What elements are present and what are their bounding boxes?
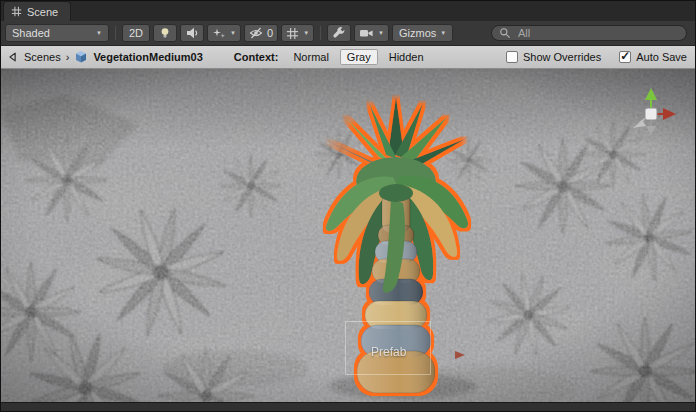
search-input[interactable] bbox=[516, 26, 679, 40]
breadcrumb-prefab-name: VegetationMedium03 bbox=[93, 51, 202, 63]
tool-settings-button[interactable] bbox=[327, 24, 351, 42]
auto-save-checkbox[interactable] bbox=[619, 51, 631, 63]
chevron-down-icon: ▼ bbox=[230, 30, 236, 36]
draw-mode-label: Shaded bbox=[12, 27, 50, 39]
search-icon bbox=[499, 27, 511, 39]
toggle-2d-button[interactable]: 2D bbox=[122, 24, 150, 42]
orientation-gizmo[interactable] bbox=[619, 83, 683, 147]
show-overrides-toggle[interactable]: Show Overrides bbox=[506, 51, 601, 63]
grid-visibility-button[interactable]: ▼ bbox=[281, 24, 314, 42]
chevron-down-icon: ▼ bbox=[96, 30, 102, 36]
prefab-context-bar: Scenes › VegetationMedium03 Context: Nor… bbox=[1, 46, 695, 69]
show-overrides-label: Show Overrides bbox=[523, 51, 601, 63]
chevron-down-icon: ▼ bbox=[303, 30, 309, 36]
scene-grid-icon bbox=[11, 6, 22, 17]
red-axis-arrow bbox=[449, 349, 467, 361]
gizmo-center-cube bbox=[645, 108, 657, 120]
camera-settings-button[interactable]: ▼ bbox=[354, 24, 389, 42]
back-arrow-icon[interactable] bbox=[7, 51, 19, 63]
gizmo-x-axis-cone bbox=[663, 108, 676, 120]
separator bbox=[320, 26, 321, 40]
gizmo-y-axis-cone bbox=[645, 88, 657, 100]
tab-scene[interactable]: Scene bbox=[3, 1, 71, 21]
context-option-gray[interactable]: Gray bbox=[340, 49, 378, 65]
tab-scene-label: Scene bbox=[27, 6, 58, 18]
toggle-2d-label: 2D bbox=[129, 27, 143, 39]
auto-save-label: Auto Save bbox=[636, 51, 687, 63]
grid-icon bbox=[286, 27, 299, 40]
gizmos-label: Gizmos bbox=[399, 27, 436, 39]
chevron-down-icon: ▼ bbox=[378, 30, 384, 36]
context-option-hidden[interactable]: Hidden bbox=[382, 49, 431, 65]
gizmo-z-axis-cone bbox=[633, 120, 646, 128]
lighting-toggle-button[interactable] bbox=[153, 24, 177, 42]
scene-toolbar: Shaded ▼ 2D ▼ bbox=[1, 21, 695, 46]
effects-dropdown-button[interactable]: ▼ bbox=[207, 24, 241, 42]
tab-strip: Scene bbox=[1, 1, 695, 21]
prefab-cube-icon bbox=[74, 50, 88, 64]
audio-toggle-button[interactable] bbox=[180, 24, 204, 42]
scene-viewport[interactable]: Prefab bbox=[1, 69, 695, 402]
scene-visibility-button[interactable]: 0 bbox=[244, 24, 278, 42]
draw-mode-dropdown[interactable]: Shaded ▼ bbox=[5, 24, 109, 42]
gizmos-dropdown[interactable]: Gizmos ▼ bbox=[392, 24, 453, 42]
show-overrides-checkbox[interactable] bbox=[506, 51, 518, 63]
unity-scene-view-window: Scene Shaded ▼ 2D bbox=[0, 0, 696, 412]
eye-slash-icon bbox=[249, 26, 263, 40]
context-option-normal[interactable]: Normal bbox=[286, 49, 335, 65]
breadcrumb-root[interactable]: Scenes bbox=[24, 51, 61, 63]
prefab-badge-label: Prefab bbox=[371, 345, 406, 359]
effects-sparkle-icon bbox=[212, 26, 226, 40]
hidden-count: 0 bbox=[267, 27, 273, 39]
context-label: Context: bbox=[234, 51, 279, 63]
auto-save-toggle[interactable]: Auto Save bbox=[619, 51, 687, 63]
breadcrumb-separator: › bbox=[66, 51, 70, 63]
chevron-down-icon: ▼ bbox=[440, 30, 446, 36]
camera-icon bbox=[359, 26, 374, 40]
speaker-icon bbox=[185, 26, 199, 40]
scene-search-field[interactable] bbox=[491, 25, 687, 41]
separator bbox=[115, 26, 116, 40]
context-bar-toggles: Show Overrides Auto Save bbox=[506, 51, 687, 63]
lightbulb-icon bbox=[158, 26, 172, 40]
window-bottom-edge bbox=[1, 402, 695, 411]
context-mode-group: Context: Normal Gray Hidden bbox=[234, 49, 431, 65]
wrench-icon bbox=[332, 26, 346, 40]
